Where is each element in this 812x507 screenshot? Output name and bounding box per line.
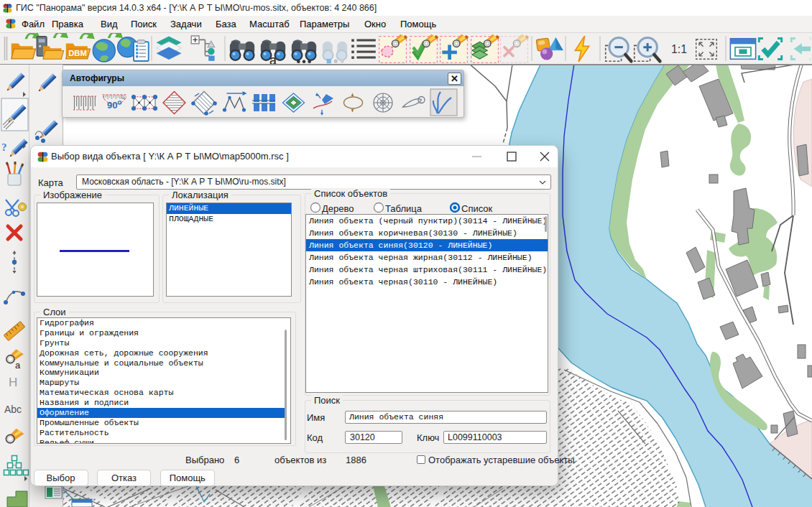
svg-text:?: ? (1, 141, 7, 153)
svg-text:a: a (269, 53, 277, 64)
svg-text:90: 90 (107, 100, 117, 111)
svg-text:DBM: DBM (68, 49, 87, 57)
svg-text:Abc: Abc (4, 404, 22, 415)
svg-text:H: H (9, 376, 17, 389)
svg-text:1:1: 1:1 (671, 43, 687, 55)
svg-text:a: a (15, 360, 21, 371)
